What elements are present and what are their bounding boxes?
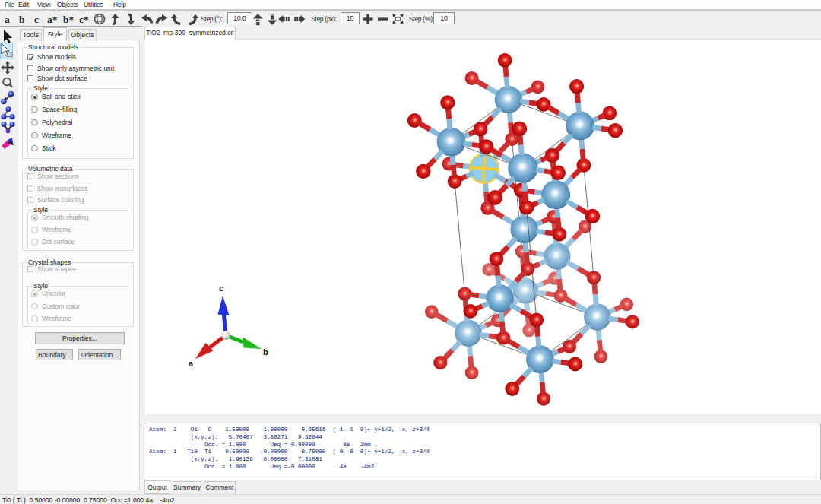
svg-text:b: b	[263, 347, 268, 357]
svg-text:a: a	[189, 359, 194, 368]
svg-text:c: c	[219, 284, 223, 293]
